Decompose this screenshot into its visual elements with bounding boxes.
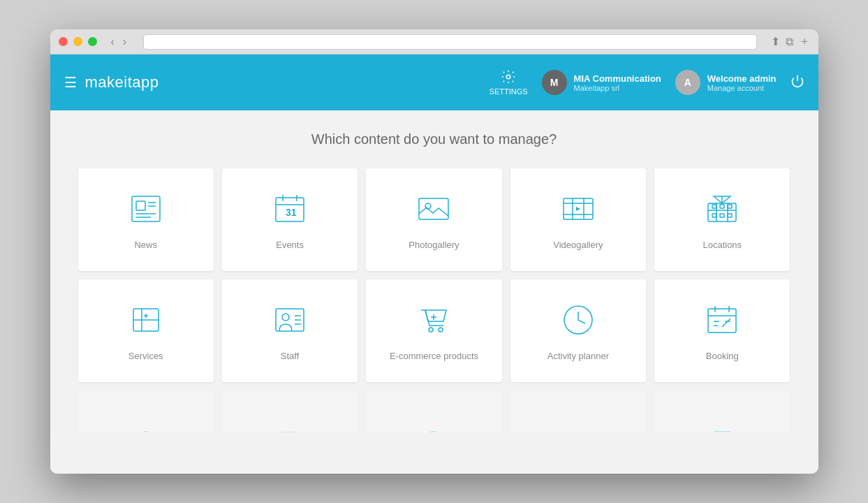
tile-staff[interactable]: Staff [222, 279, 358, 382]
svg-rect-62 [714, 432, 730, 432]
settings-icon [501, 69, 516, 85]
svg-point-56 [142, 432, 149, 432]
locations-label: Locations [703, 240, 742, 250]
svg-line-48 [578, 320, 585, 323]
tiles-row-1: News 31 Events Ph [78, 168, 790, 271]
power-icon [790, 74, 804, 88]
mac-close-btn[interactable] [59, 37, 68, 46]
svg-rect-29 [720, 205, 724, 208]
events-label: Events [276, 240, 304, 250]
mac-back-btn[interactable]: ‹ [108, 36, 117, 48]
svg-rect-27 [728, 214, 732, 217]
svg-point-43 [439, 328, 443, 332]
mac-maximize-btn[interactable] [88, 37, 97, 46]
org-name: MIA Communication [574, 73, 661, 84]
org-avatar: M [542, 70, 567, 95]
svg-point-0 [506, 75, 510, 79]
svg-rect-3 [136, 201, 145, 210]
news-label: News [134, 240, 157, 250]
services-icon [126, 300, 165, 340]
hamburger-menu-button[interactable]: ☰ [64, 74, 77, 91]
tile-videogallery[interactable]: Videogallery [510, 168, 646, 271]
tile-booking[interactable]: Booking [654, 279, 790, 382]
videogallery-label: Videogallery [553, 240, 603, 250]
svg-text:31: 31 [286, 207, 297, 218]
add-tab-icon[interactable]: ＋ [799, 34, 810, 49]
partial-icon-1 [132, 425, 160, 432]
booking-label: Booking [706, 351, 739, 361]
tile-news[interactable]: News [78, 168, 214, 271]
svg-point-42 [429, 328, 433, 332]
mac-forward-btn[interactable]: › [120, 36, 129, 48]
user-avatar: A [675, 70, 700, 95]
user-manage: Manage account [707, 84, 777, 92]
tile-partial-4 [510, 391, 646, 432]
svg-rect-28 [712, 205, 716, 208]
svg-rect-49 [708, 309, 736, 333]
app-header: ☰ makeitapp SETTINGS M MIA Communication… [50, 54, 818, 110]
tile-services[interactable]: Services [78, 279, 214, 382]
power-button[interactable] [790, 74, 804, 92]
tile-partial-2 [222, 391, 358, 432]
tiles-row-2: Services Staff [78, 279, 790, 382]
services-label: Services [128, 351, 163, 361]
events-icon: 31 [270, 189, 309, 228]
tiles-row-3-partial [78, 391, 790, 432]
mac-minimize-btn[interactable] [73, 37, 82, 46]
share-icon[interactable]: ⬆ [771, 34, 780, 49]
tile-activity-planner[interactable]: Activity planner [510, 279, 646, 382]
tile-partial-3 [366, 391, 501, 432]
svg-marker-20 [576, 207, 580, 211]
tile-locations[interactable]: Locations [654, 168, 790, 271]
mac-url-bar [143, 34, 756, 50]
staff-label: Staff [281, 351, 300, 361]
app-main: Which content do you want to manage? New… [50, 110, 818, 474]
svg-rect-25 [712, 214, 716, 217]
new-tab-icon[interactable]: ⧉ [786, 34, 793, 49]
staff-icon [270, 300, 309, 340]
org-subtitle: Makeitapp srl [574, 84, 661, 92]
partial-icon-4 [564, 425, 592, 432]
videogallery-icon [559, 189, 598, 228]
svg-point-38 [282, 314, 289, 321]
tile-partial-5 [654, 391, 790, 432]
locations-icon [703, 189, 742, 228]
ecommerce-icon [414, 300, 453, 340]
svg-rect-26 [720, 214, 724, 217]
booking-icon [703, 300, 742, 340]
user-info: A Welcome admin Manage account [675, 70, 777, 95]
partial-icon-3 [420, 425, 448, 432]
settings-button[interactable]: SETTINGS [490, 69, 528, 96]
svg-point-59 [426, 432, 442, 432]
svg-rect-30 [728, 205, 732, 208]
tile-photogallery[interactable]: Photogallery [366, 168, 501, 271]
page-question: Which content do you want to manage? [78, 131, 790, 147]
tile-partial-1 [78, 391, 214, 432]
hamburger-icon: ☰ [64, 75, 77, 90]
settings-label: SETTINGS [490, 87, 528, 96]
mac-window: ‹ › ⬆ ⧉ ＋ ☰ makeitapp SETTINGS M MI [50, 29, 818, 474]
svg-rect-13 [419, 198, 448, 219]
user-welcome: Welcome admin [707, 73, 777, 84]
mac-titlebar: ‹ › ⬆ ⧉ ＋ [50, 29, 818, 54]
app-logo: makeitapp [85, 73, 159, 92]
activity-planner-icon [559, 300, 598, 340]
partial-icon-5 [708, 425, 736, 432]
partial-icon-2 [276, 425, 304, 432]
activity-planner-label: Activity planner [547, 351, 609, 361]
org-info: M MIA Communication Makeitapp srl [542, 70, 661, 95]
photogallery-icon [414, 189, 453, 228]
news-icon [126, 189, 165, 228]
ecommerce-label: E-commerce products [390, 351, 478, 361]
photogallery-label: Photogallery [409, 240, 459, 250]
tile-events[interactable]: 31 Events [222, 168, 358, 271]
tile-ecommerce[interactable]: E-commerce products [366, 279, 501, 382]
